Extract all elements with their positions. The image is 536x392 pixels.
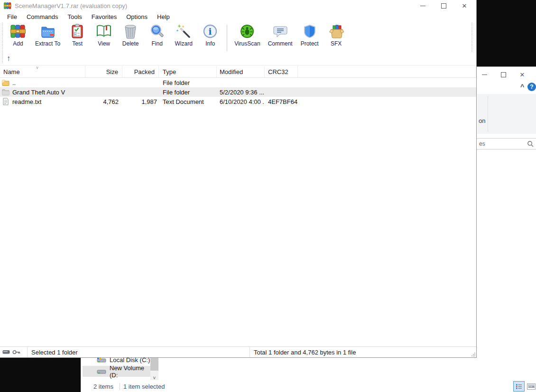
winrar-minimize-button[interactable] (412, 0, 433, 11)
explorer-search-box[interactable]: es (476, 138, 536, 149)
details-view-button[interactable] (513, 381, 525, 392)
winrar-menu-bar: File Commands Tools Favorites Options He… (2, 11, 175, 22)
status-icons (0, 347, 28, 357)
virusscan-button[interactable]: VirusScan (231, 24, 264, 47)
ribbon-label-partial: on (479, 117, 485, 124)
column-header-crc32[interactable]: CRC32 (265, 66, 298, 77)
toolbar-button-label: Add (13, 40, 23, 47)
search-text: es (477, 140, 527, 147)
up-one-level-button[interactable]: ↑ (7, 54, 10, 63)
view-button[interactable]: View (91, 24, 117, 47)
delete-button[interactable]: Delete (117, 24, 144, 47)
search-icon (527, 140, 534, 147)
winrar-address-bar: ↑ (0, 53, 476, 65)
folder-gray-icon (2, 88, 9, 96)
ribbon-separator (488, 96, 488, 132)
thumbnail-view-button[interactable] (526, 381, 536, 392)
column-header-packed[interactable]: Packed (122, 66, 159, 77)
text-file-icon (2, 98, 9, 105)
column-header-modified[interactable]: Modified (217, 66, 265, 77)
protect-shield-icon (302, 24, 317, 39)
view-book-icon (96, 24, 111, 39)
sfx-box-icon (329, 24, 344, 39)
menu-options[interactable]: Options (121, 13, 152, 20)
drive-label: New Volume (D: (110, 364, 150, 379)
key-icon (12, 350, 21, 355)
file-type: File folder (159, 79, 217, 86)
explorer-maximize-button[interactable] (494, 69, 513, 80)
test-button[interactable]: Test (64, 24, 91, 47)
minimize-icon (420, 6, 425, 6)
file-type: File folder (159, 89, 217, 96)
test-clipboard-icon (70, 24, 85, 39)
winrar-toolbar: Add Extract To (5, 24, 350, 51)
info-button[interactable]: i Info (197, 24, 223, 47)
close-icon: ✕ (462, 2, 467, 9)
file-name: .. (12, 79, 16, 86)
winrar-maximize-button[interactable] (433, 0, 454, 11)
explorer-window-controls: ✕ (475, 69, 532, 80)
winrar-window-controls: ✕ (412, 0, 475, 11)
explorer-close-button[interactable]: ✕ (513, 69, 532, 80)
folder-up-icon (2, 79, 9, 86)
file-packed: 1,987 (122, 98, 159, 105)
find-button[interactable]: Find (144, 24, 170, 47)
minimize-icon (482, 75, 487, 75)
file-row-readme-txt[interactable]: readme.txt 4,762 1,987 Text Document 6/1… (0, 97, 476, 106)
delete-trash-icon (123, 24, 138, 39)
menu-file[interactable]: File (2, 13, 22, 20)
extract-to-button[interactable]: Extract To (31, 24, 64, 47)
column-header-name[interactable]: Name (0, 66, 85, 77)
file-modified: 6/10/2020 4:00 ... (217, 98, 265, 105)
column-header-size[interactable]: Size (85, 66, 122, 77)
maximize-icon (441, 3, 446, 9)
menu-favorites[interactable]: Favorites (87, 13, 121, 20)
protect-button[interactable]: Protect (296, 24, 323, 47)
sort-indicator-icon: ˅ (36, 65, 38, 70)
column-header-type[interactable]: Type (159, 66, 217, 77)
toolbar-button-label: Comment (268, 40, 293, 47)
toolbar-button-label: Extract To (35, 40, 60, 47)
drive-item-new-volume-d[interactable]: New Volume (D: (83, 366, 150, 377)
info-circle-icon: i (203, 24, 218, 39)
drive-icon (97, 368, 106, 375)
add-button[interactable]: Add (5, 24, 31, 47)
ribbon-collapse-button[interactable]: ^ (518, 83, 527, 91)
menu-tools[interactable]: Tools (63, 13, 86, 20)
file-size: 4,762 (85, 98, 122, 105)
toolbar-button-label: VirusScan (234, 40, 260, 47)
toolbar-button-label: Find (151, 40, 162, 47)
toolbar-button-label: Protect (301, 40, 319, 47)
winrar-window: SceneManagerV1.7.rar (evaluation copy) ✕… (0, 0, 477, 358)
file-type: Text Document (159, 98, 217, 105)
file-list: .. File folder Grand Theft Auto V (0, 78, 476, 106)
sfx-button[interactable]: SFX (323, 24, 350, 47)
file-list-header: ˅ Name Size Packed Type Modified CRC32 (0, 66, 476, 78)
toolbar-button-label: View (98, 40, 110, 47)
file-row-grand-theft-auto-v[interactable]: Grand Theft Auto V File folder 5/2/2020 … (0, 87, 476, 97)
status-total-text: Total 1 folder and 4,762 bytes in 1 file (250, 347, 476, 357)
toolbar-button-label: Test (72, 40, 83, 47)
explorer-minimize-button[interactable] (475, 69, 494, 80)
help-button[interactable]: ? (527, 83, 536, 91)
find-magnifier-icon (149, 24, 165, 39)
explorer-ribbon: on (477, 94, 536, 134)
wizard-button[interactable]: Wizard (170, 24, 197, 47)
status-divider (120, 383, 120, 390)
toolbar-button-label: Info (205, 40, 215, 47)
resize-grip[interactable] (471, 352, 476, 357)
items-count: 2 items (93, 383, 113, 390)
selection-count: 1 item selected (123, 383, 165, 390)
thumbnail-view-icon (527, 383, 536, 390)
column-header-spacer (298, 66, 476, 77)
menu-help[interactable]: Help (152, 13, 175, 20)
comment-bubble-icon (273, 24, 288, 39)
menu-commands[interactable]: Commands (22, 13, 63, 20)
file-row-up-dir[interactable]: .. File folder (0, 78, 476, 87)
comment-button[interactable]: Comment (264, 24, 296, 47)
file-name: readme.txt (12, 98, 41, 105)
disk-icon (2, 350, 10, 355)
toolbar-grip-right[interactable] (471, 23, 472, 52)
file-name: Grand Theft Auto V (12, 89, 65, 96)
winrar-close-button[interactable]: ✕ (454, 0, 475, 11)
